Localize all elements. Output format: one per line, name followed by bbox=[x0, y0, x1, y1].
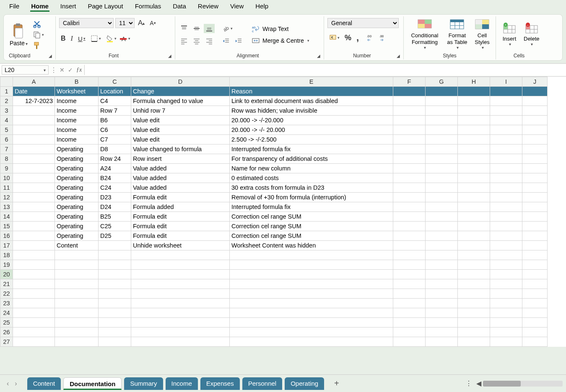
cell-C13[interactable]: D24 bbox=[99, 202, 131, 212]
cell-G6[interactable] bbox=[426, 135, 458, 144]
underline-button[interactable]: U bbox=[76, 34, 87, 43]
cell-F23[interactable] bbox=[393, 299, 426, 308]
cell-H1[interactable] bbox=[458, 87, 490, 96]
border-button[interactable] bbox=[89, 34, 103, 43]
cell-C8[interactable]: Row 24 bbox=[99, 154, 131, 164]
cell-D20[interactable] bbox=[131, 270, 230, 279]
font-dialog-launcher[interactable]: ◢ bbox=[168, 54, 171, 58]
cell-C27[interactable] bbox=[99, 337, 131, 347]
cell-J27[interactable] bbox=[522, 337, 548, 347]
cell-C26[interactable] bbox=[99, 328, 131, 337]
cell-I14[interactable] bbox=[490, 212, 522, 222]
cell-H5[interactable] bbox=[458, 125, 490, 135]
cell-D12[interactable]: Formula edit bbox=[131, 193, 230, 202]
cell-D25[interactable] bbox=[131, 318, 230, 328]
cell-F25[interactable] bbox=[393, 318, 426, 328]
cell-C15[interactable]: C25 bbox=[99, 222, 131, 231]
comma-style-button[interactable]: , bbox=[355, 31, 361, 44]
cell-I21[interactable] bbox=[490, 279, 522, 289]
cell-G17[interactable] bbox=[426, 241, 458, 250]
cell-J22[interactable] bbox=[522, 289, 548, 299]
cell-I15[interactable] bbox=[490, 222, 522, 231]
cell-D9[interactable]: Value added bbox=[131, 164, 230, 173]
cell-B23[interactable] bbox=[55, 299, 99, 308]
cell-B9[interactable]: Operating bbox=[55, 164, 99, 173]
column-header-F[interactable]: F bbox=[393, 77, 426, 87]
cell-I18[interactable] bbox=[490, 250, 522, 260]
merge-centre-button[interactable]: Merge & Centre bbox=[250, 35, 311, 46]
cell-A10[interactable] bbox=[13, 173, 55, 183]
cell-C5[interactable]: C6 bbox=[99, 125, 131, 135]
number-format-select[interactable]: General bbox=[327, 18, 399, 28]
cell-B16[interactable]: Operating bbox=[55, 231, 99, 241]
cell-E22[interactable] bbox=[230, 289, 393, 299]
row-header-26[interactable]: 26 bbox=[0, 328, 13, 337]
cell-C4[interactable]: B6 bbox=[99, 116, 131, 125]
tab-nav-next[interactable]: › bbox=[15, 380, 17, 387]
cell-G12[interactable] bbox=[426, 193, 458, 202]
row-header-16[interactable]: 16 bbox=[0, 231, 13, 241]
cell-J2[interactable] bbox=[522, 96, 548, 106]
cell-A7[interactable] bbox=[13, 144, 55, 154]
cell-I3[interactable] bbox=[490, 106, 522, 116]
increase-decimal-button[interactable]: .00 bbox=[365, 31, 376, 44]
cell-F12[interactable] bbox=[393, 193, 426, 202]
wrap-text-button[interactable]: abcWrap Text bbox=[250, 23, 311, 35]
sheet-tab-content[interactable]: Content bbox=[27, 377, 61, 390]
cell-H25[interactable] bbox=[458, 318, 490, 328]
copy-button[interactable] bbox=[33, 31, 44, 39]
cell-D7[interactable]: Value changed to formula bbox=[131, 144, 230, 154]
cell-B1[interactable]: Worksheet bbox=[55, 87, 99, 96]
cell-B10[interactable]: Operating bbox=[55, 173, 99, 183]
cell-I27[interactable] bbox=[490, 337, 522, 347]
orientation-button[interactable]: ab bbox=[221, 24, 234, 33]
cell-I7[interactable] bbox=[490, 144, 522, 154]
cell-G8[interactable] bbox=[426, 154, 458, 164]
cell-I11[interactable] bbox=[490, 183, 522, 193]
cell-H19[interactable] bbox=[458, 260, 490, 270]
sheet-tab-expenses[interactable]: Expenses bbox=[200, 377, 240, 390]
cell-I4[interactable] bbox=[490, 116, 522, 125]
cell-F21[interactable] bbox=[393, 279, 426, 289]
cell-A14[interactable] bbox=[13, 212, 55, 222]
cell-B18[interactable] bbox=[55, 250, 99, 260]
cell-F22[interactable] bbox=[393, 289, 426, 299]
cell-F3[interactable] bbox=[393, 106, 426, 116]
column-header-E[interactable]: E bbox=[230, 77, 393, 87]
cell-G7[interactable] bbox=[426, 144, 458, 154]
cell-J7[interactable] bbox=[522, 144, 548, 154]
menu-formulas[interactable]: Formulas bbox=[134, 2, 162, 12]
cell-I16[interactable] bbox=[490, 231, 522, 241]
cell-H6[interactable] bbox=[458, 135, 490, 144]
cell-F8[interactable] bbox=[393, 154, 426, 164]
cell-G15[interactable] bbox=[426, 222, 458, 231]
row-header-13[interactable]: 13 bbox=[0, 202, 13, 212]
cell-A15[interactable] bbox=[13, 222, 55, 231]
menu-home[interactable]: Home bbox=[30, 2, 49, 12]
cell-D13[interactable]: Formula added bbox=[131, 202, 230, 212]
sheet-tab-income[interactable]: Income bbox=[166, 377, 198, 390]
cell-B24[interactable] bbox=[55, 308, 99, 318]
cell-E11[interactable]: 30 extra costs from formula in D23 bbox=[230, 183, 393, 193]
cell-G19[interactable] bbox=[426, 260, 458, 270]
cell-B3[interactable]: Income bbox=[55, 106, 99, 116]
cell-D18[interactable] bbox=[131, 250, 230, 260]
cell-D4[interactable]: Value edit bbox=[131, 116, 230, 125]
align-bottom-button[interactable] bbox=[204, 24, 215, 33]
cell-I25[interactable] bbox=[490, 318, 522, 328]
row-header-1[interactable]: 1 bbox=[0, 87, 13, 96]
percent-button[interactable]: % bbox=[343, 31, 353, 44]
cell-I12[interactable] bbox=[490, 193, 522, 202]
cell-I8[interactable] bbox=[490, 154, 522, 164]
increase-font-button[interactable]: A▴ bbox=[136, 18, 146, 28]
cell-F9[interactable] bbox=[393, 164, 426, 173]
cell-A26[interactable] bbox=[13, 328, 55, 337]
menu-review[interactable]: Review bbox=[197, 2, 219, 12]
cell-E16[interactable]: Correction cel range SUM bbox=[230, 231, 393, 241]
font-name-select[interactable]: Calibri bbox=[59, 18, 114, 28]
format-painter-button[interactable] bbox=[33, 41, 44, 50]
cell-D22[interactable] bbox=[131, 289, 230, 299]
cell-B5[interactable]: Income bbox=[55, 125, 99, 135]
cell-C2[interactable]: C4 bbox=[99, 96, 131, 106]
cell-A11[interactable] bbox=[13, 183, 55, 193]
